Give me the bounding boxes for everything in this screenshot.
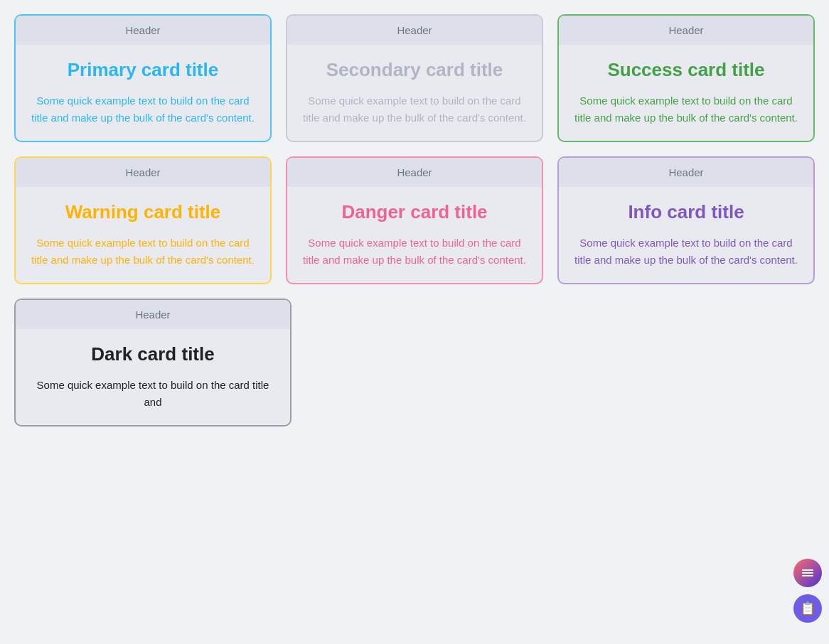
secondary-card-text: Some quick example text to build on the … — [301, 92, 528, 127]
secondary-card: Header Secondary card title Some quick e… — [286, 14, 543, 142]
secondary-card-body: Secondary card title Some quick example … — [287, 45, 542, 141]
success-card-header: Header — [559, 16, 813, 45]
secondary-header-label: Header — [397, 24, 432, 36]
info-card-header: Header — [559, 158, 813, 187]
danger-header-label: Header — [397, 166, 432, 178]
dark-card: Header Dark card title Some quick exampl… — [14, 299, 292, 426]
dark-card-header: Header — [16, 300, 290, 329]
success-card-title: Success card title — [573, 59, 799, 81]
primary-card-header: Header — [16, 16, 270, 45]
warning-card-header: Header — [16, 158, 270, 187]
warning-card-title: Warning card title — [30, 201, 256, 223]
primary-card-title: Primary card title — [30, 59, 256, 81]
warning-header-label: Header — [125, 166, 160, 178]
success-header-label: Header — [668, 24, 703, 36]
secondary-card-title: Secondary card title — [301, 59, 528, 81]
success-card-body: Success card title Some quick example te… — [559, 45, 813, 141]
info-card: Header Info card title Some quick exampl… — [557, 156, 815, 284]
primary-card-body: Primary card title Some quick example te… — [16, 45, 270, 141]
info-card-text: Some quick example text to build on the … — [573, 235, 799, 269]
dark-card-text: Some quick example text to build on the … — [30, 377, 276, 411]
warning-card: Header Warning card title Some quick exa… — [14, 156, 272, 284]
info-card-body: Info card title Some quick example text … — [559, 187, 813, 283]
danger-card-title: Danger card title — [301, 201, 528, 223]
primary-header-label: Header — [125, 24, 160, 36]
secondary-card-header: Header — [287, 16, 542, 45]
primary-card-text: Some quick example text to build on the … — [30, 92, 256, 127]
dark-card-title: Dark card title — [30, 343, 276, 365]
danger-card-body: Danger card title Some quick example tex… — [287, 187, 542, 283]
danger-card-header: Header — [287, 158, 542, 187]
info-header-label: Header — [668, 166, 703, 178]
danger-card: Header Danger card title Some quick exam… — [286, 156, 543, 284]
primary-card: Header Primary card title Some quick exa… — [14, 14, 272, 142]
warning-card-body: Warning card title Some quick example te… — [16, 187, 270, 283]
dark-card-body: Dark card title Some quick example text … — [16, 329, 290, 425]
success-card: Header Success card title Some quick exa… — [557, 14, 815, 142]
success-card-text: Some quick example text to build on the … — [573, 92, 799, 127]
warning-card-text: Some quick example text to build on the … — [30, 235, 256, 269]
info-card-title: Info card title — [573, 201, 799, 223]
dark-header-label: Header — [135, 308, 170, 321]
danger-card-text: Some quick example text to build on the … — [301, 235, 528, 269]
